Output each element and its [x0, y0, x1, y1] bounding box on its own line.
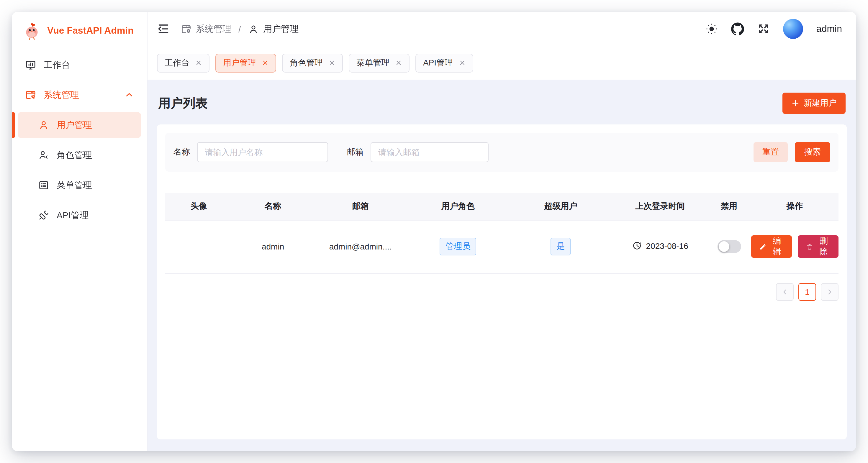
chevron-up-icon [125, 90, 134, 100]
search-label: 搜索 [804, 147, 821, 158]
edit-label: 编辑 [770, 236, 784, 257]
trash-icon [806, 242, 813, 251]
page-title: 用户列表 [158, 95, 208, 111]
reset-button[interactable]: 重置 [753, 142, 788, 162]
users-table: 头像 名称 邮箱 用户角色 超级用户 上次登录时间 禁用 操作 [165, 193, 838, 273]
user-icon [248, 23, 259, 34]
breadcrumb-separator: / [238, 24, 241, 34]
disabled-toggle[interactable] [717, 240, 741, 253]
page-number-1[interactable]: 1 [798, 283, 816, 300]
close-icon[interactable] [262, 60, 269, 66]
sidebar-item-label: 用户管理 [57, 120, 92, 131]
tab-workbench[interactable]: 工作台 [157, 54, 210, 72]
github-icon[interactable] [732, 23, 744, 35]
tab-menus[interactable]: 菜单管理 [349, 54, 409, 72]
sidebar-menu: 工作台 系统管理 [12, 49, 147, 232]
tab-label: API管理 [423, 58, 453, 68]
sidebar-item-label: 工作台 [44, 59, 70, 70]
workbench-icon [25, 59, 37, 71]
tab-roles[interactable]: 角色管理 [282, 54, 343, 72]
sidebar-item-api[interactable]: API管理 [18, 202, 141, 228]
app-logo: Vue FastAPI Admin [12, 12, 147, 49]
role-icon [38, 149, 50, 161]
close-icon[interactable] [329, 60, 335, 66]
close-icon[interactable] [395, 60, 402, 66]
sidebar-item-workbench[interactable]: 工作台 [18, 52, 141, 78]
add-user-label: 新建用户 [804, 98, 837, 108]
name-input[interactable] [197, 142, 328, 162]
cell-last-login: 2023-08-16 [613, 220, 707, 273]
cell-avatar [165, 220, 232, 273]
system-settings-icon [25, 89, 37, 101]
theme-sun-icon[interactable] [706, 23, 718, 35]
breadcrumb-item-system[interactable]: 系统管理 [181, 23, 231, 34]
content-area: 用户列表 新建用户 名称 [148, 79, 856, 451]
plus-icon [791, 99, 800, 107]
header-actions: admin [706, 19, 842, 39]
system-settings-icon [181, 23, 192, 34]
chicken-logo-icon [23, 21, 41, 40]
username: admin [816, 24, 842, 34]
title-row: 用户列表 新建用户 [157, 89, 847, 114]
search-button[interactable]: 搜索 [795, 142, 830, 162]
col-name: 名称 [232, 193, 313, 220]
pagination: 1 [165, 283, 838, 300]
next-page-button[interactable] [821, 283, 838, 300]
user-icon [38, 119, 50, 131]
sidebar-item-menus[interactable]: 菜单管理 [18, 172, 141, 198]
reset-label: 重置 [763, 147, 779, 158]
table-row: admin admin@admin.... 管理员 是 [165, 220, 838, 273]
header: 系统管理 / 用户管理 [148, 12, 856, 46]
col-avatar: 头像 [165, 193, 232, 220]
tab-users[interactable]: 用户管理 [215, 54, 276, 72]
tab-label: 菜单管理 [356, 58, 390, 68]
superuser-tag: 是 [551, 238, 571, 255]
sidebar-item-label: API管理 [57, 210, 89, 221]
filter-bar: 名称 邮箱 重置 搜索 [165, 133, 838, 172]
delete-button[interactable]: 删除 [798, 235, 838, 258]
cell-superuser: 是 [509, 220, 613, 273]
avatar[interactable] [783, 19, 803, 39]
card-empty-space [165, 300, 838, 431]
breadcrumb-label: 系统管理 [196, 23, 231, 34]
fullscreen-icon[interactable] [757, 23, 770, 35]
menu-list-icon [38, 179, 50, 191]
tabbar: 工作台 用户管理 角色管理 菜单管理 API管理 [148, 46, 856, 79]
tab-api[interactable]: API管理 [415, 54, 473, 72]
close-icon[interactable] [195, 60, 202, 66]
table-header-row: 头像 名称 邮箱 用户角色 超级用户 上次登录时间 禁用 操作 [165, 193, 838, 220]
sidebar-item-label: 菜单管理 [57, 179, 92, 191]
breadcrumb-label: 用户管理 [263, 23, 299, 34]
tab-label: 工作台 [165, 58, 189, 68]
add-user-button[interactable]: 新建用户 [782, 93, 845, 114]
cell-disabled [707, 220, 751, 273]
sidebar-item-roles[interactable]: 角色管理 [18, 142, 141, 168]
email-field-group: 邮箱 [347, 142, 489, 162]
col-disabled: 禁用 [707, 193, 751, 220]
api-plug-icon [38, 209, 50, 221]
sidebar-item-system[interactable]: 系统管理 [18, 82, 141, 108]
sidebar-item-users[interactable]: 用户管理 [18, 112, 141, 138]
app-window: Vue FastAPI Admin 工作台 [12, 12, 856, 451]
col-email: 邮箱 [313, 193, 407, 220]
clock-icon [632, 241, 642, 251]
app-title: Vue FastAPI Admin [47, 25, 134, 36]
main-area: 系统管理 / 用户管理 [148, 12, 856, 451]
tab-label: 角色管理 [290, 58, 323, 68]
breadcrumb: 系统管理 / 用户管理 [181, 23, 299, 34]
collapse-sidebar-icon[interactable] [157, 23, 170, 35]
close-icon[interactable] [459, 60, 465, 66]
prev-page-button[interactable] [776, 283, 794, 300]
pencil-icon [759, 242, 766, 251]
cell-email: admin@admin.... [313, 220, 407, 273]
tab-label: 用户管理 [223, 58, 256, 68]
cell-actions: 编辑 删除 [751, 220, 838, 273]
col-role: 用户角色 [407, 193, 508, 220]
chevron-right-icon [824, 288, 836, 296]
email-input[interactable] [371, 142, 489, 162]
chevron-left-icon [779, 288, 791, 296]
col-actions: 操作 [751, 193, 838, 220]
breadcrumb-item-users[interactable]: 用户管理 [248, 23, 299, 34]
sidebar-item-label: 角色管理 [57, 150, 92, 161]
edit-button[interactable]: 编辑 [751, 235, 792, 258]
